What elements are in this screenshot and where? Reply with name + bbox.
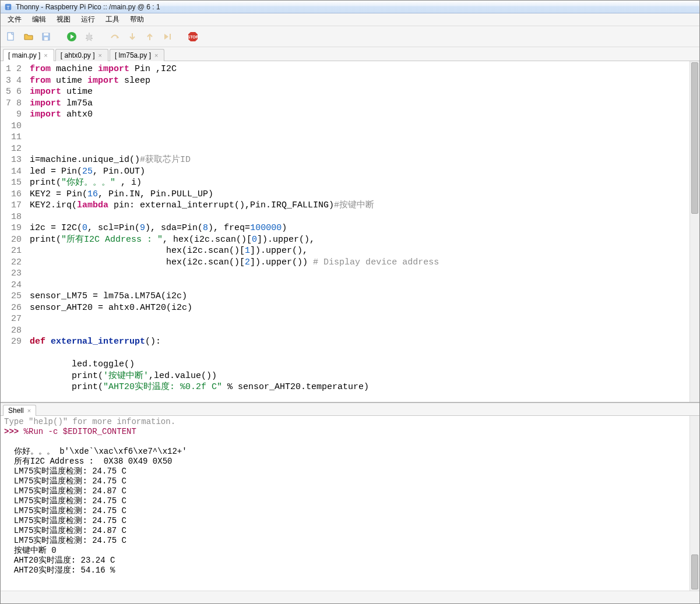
svg-point-7	[86, 34, 92, 40]
editor-tab-1[interactable]: [ ahtx0.py ]×	[55, 49, 108, 61]
step-out-button[interactable]	[143, 30, 157, 44]
editor-tab-2[interactable]: [ lm75a.py ]×	[110, 49, 164, 61]
close-icon[interactable]: ×	[99, 52, 102, 59]
editor-tab-0[interactable]: [ main.py ]×	[3, 49, 54, 61]
menu-run[interactable]: 运行	[76, 13, 100, 26]
toolbar: STOP	[1, 26, 699, 47]
stop-button[interactable]: STOP	[186, 30, 200, 44]
line-gutter: 1 2 3 4 5 6 7 8 9 10 11 12 13 14 15 16 1…	[1, 61, 26, 402]
step-over-button[interactable]	[108, 30, 122, 44]
close-icon[interactable]: ×	[27, 408, 31, 414]
svg-rect-5	[44, 37, 48, 40]
shell-output[interactable]: Type "help()" for more information. >>> …	[1, 416, 690, 591]
shell-tab[interactable]: Shell ×	[3, 405, 36, 416]
editor-tab-label: [ main.py ]	[8, 51, 40, 59]
editor-tabs: [ main.py ]×[ ahtx0.py ]×[ lm75a.py ]×	[1, 47, 699, 61]
menu-edit[interactable]: 编辑	[27, 13, 51, 26]
svg-rect-4	[44, 33, 48, 36]
shell-region: Shell × Type "help()" for more informati…	[1, 403, 699, 591]
close-icon[interactable]: ×	[44, 52, 47, 59]
menu-view[interactable]: 视图	[52, 13, 75, 26]
new-file-button[interactable]	[4, 30, 18, 44]
menubar: 文件 编辑 视图 运行 工具 帮助	[1, 13, 699, 26]
menu-file[interactable]: 文件	[3, 13, 26, 26]
editor-scrollbar[interactable]	[690, 61, 699, 402]
statusbar	[1, 591, 699, 603]
open-file-button[interactable]	[22, 30, 36, 44]
shell-scrollbar[interactable]	[690, 416, 699, 591]
svg-text:T: T	[6, 4, 10, 10]
editor-region: [ main.py ]×[ ahtx0.py ]×[ lm75a.py ]× 1…	[1, 47, 699, 403]
svg-rect-2	[8, 33, 13, 40]
titlebar: T Thonny - Raspberry Pi Pico :: /main.py…	[1, 1, 699, 13]
debug-button[interactable]	[82, 30, 96, 44]
menu-help[interactable]: 帮助	[125, 13, 149, 26]
resume-button[interactable]	[160, 30, 174, 44]
step-into-button[interactable]	[125, 30, 139, 44]
editor-tab-label: [ lm75a.py ]	[115, 51, 151, 59]
editor-body[interactable]: 1 2 3 4 5 6 7 8 9 10 11 12 13 14 15 16 1…	[1, 61, 699, 402]
svg-text:STOP: STOP	[188, 35, 199, 39]
code-area[interactable]: from machine import Pin ,I2C from utime …	[26, 61, 690, 402]
editor-tab-label: [ ahtx0.py ]	[61, 51, 95, 59]
svg-rect-8	[170, 34, 171, 40]
run-button[interactable]	[65, 30, 79, 44]
app-icon: T	[4, 3, 12, 11]
window-title: Thonny - Raspberry Pi Pico :: /main.py @…	[16, 3, 160, 11]
menu-tools[interactable]: 工具	[101, 13, 124, 26]
shell-tabs: Shell ×	[1, 403, 699, 416]
close-icon[interactable]: ×	[154, 52, 158, 59]
shell-tab-label: Shell	[8, 407, 24, 415]
save-file-button[interactable]	[39, 30, 53, 44]
